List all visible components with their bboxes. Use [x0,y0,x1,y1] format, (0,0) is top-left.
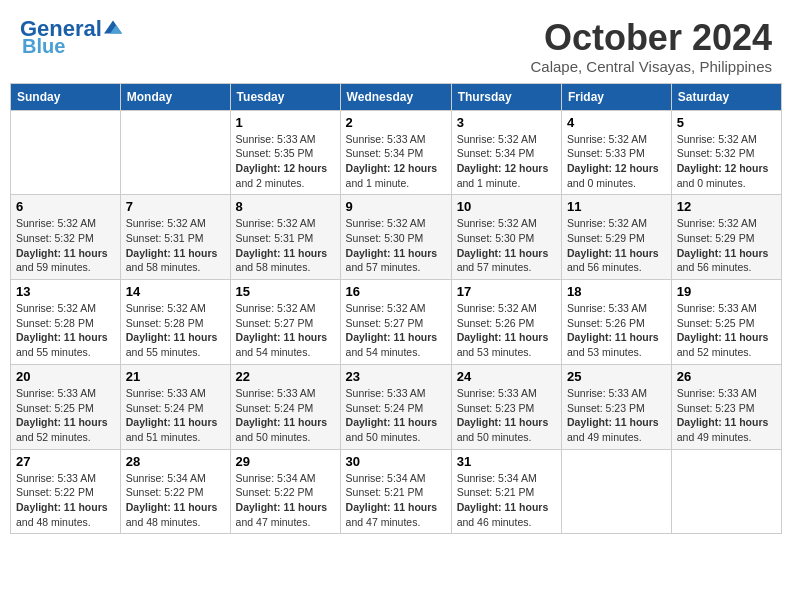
day-info: Sunrise: 5:32 AMSunset: 5:30 PMDaylight:… [346,216,446,275]
day-info: Sunrise: 5:32 AMSunset: 5:31 PMDaylight:… [126,216,225,275]
calendar-cell: 13Sunrise: 5:32 AMSunset: 5:28 PMDayligh… [11,280,121,365]
calendar-cell [671,449,781,534]
month-title: October 2024 [530,18,772,58]
calendar-cell: 31Sunrise: 5:34 AMSunset: 5:21 PMDayligh… [451,449,561,534]
day-number: 29 [236,454,335,469]
day-info: Sunrise: 5:33 AMSunset: 5:23 PMDaylight:… [677,386,776,445]
calendar-cell: 21Sunrise: 5:33 AMSunset: 5:24 PMDayligh… [120,364,230,449]
day-number: 24 [457,369,556,384]
calendar-cell [11,110,121,195]
day-number: 3 [457,115,556,130]
day-info: Sunrise: 5:32 AMSunset: 5:32 PMDaylight:… [16,216,115,275]
day-number: 19 [677,284,776,299]
day-info: Sunrise: 5:34 AMSunset: 5:21 PMDaylight:… [346,471,446,530]
day-info: Sunrise: 5:33 AMSunset: 5:23 PMDaylight:… [567,386,666,445]
day-number: 14 [126,284,225,299]
calendar-cell: 27Sunrise: 5:33 AMSunset: 5:22 PMDayligh… [11,449,121,534]
logo-icon [104,20,122,34]
day-info: Sunrise: 5:32 AMSunset: 5:26 PMDaylight:… [457,301,556,360]
day-number: 6 [16,199,115,214]
day-number: 30 [346,454,446,469]
day-info: Sunrise: 5:33 AMSunset: 5:24 PMDaylight:… [236,386,335,445]
day-info: Sunrise: 5:33 AMSunset: 5:35 PMDaylight:… [236,132,335,191]
calendar-cell: 3Sunrise: 5:32 AMSunset: 5:34 PMDaylight… [451,110,561,195]
column-header-thursday: Thursday [451,83,561,110]
day-number: 22 [236,369,335,384]
week-row-3: 13Sunrise: 5:32 AMSunset: 5:28 PMDayligh… [11,280,782,365]
day-number: 11 [567,199,666,214]
day-info: Sunrise: 5:33 AMSunset: 5:24 PMDaylight:… [346,386,446,445]
day-info: Sunrise: 5:34 AMSunset: 5:22 PMDaylight:… [126,471,225,530]
day-info: Sunrise: 5:33 AMSunset: 5:25 PMDaylight:… [677,301,776,360]
day-number: 4 [567,115,666,130]
calendar-header-row: SundayMondayTuesdayWednesdayThursdayFrid… [11,83,782,110]
calendar-cell: 29Sunrise: 5:34 AMSunset: 5:22 PMDayligh… [230,449,340,534]
day-info: Sunrise: 5:32 AMSunset: 5:31 PMDaylight:… [236,216,335,275]
day-info: Sunrise: 5:34 AMSunset: 5:22 PMDaylight:… [236,471,335,530]
logo: General Blue [20,18,122,56]
day-number: 25 [567,369,666,384]
logo-blue-text: Blue [22,36,65,56]
week-row-1: 1Sunrise: 5:33 AMSunset: 5:35 PMDaylight… [11,110,782,195]
calendar-table: SundayMondayTuesdayWednesdayThursdayFrid… [10,83,782,535]
calendar-cell [120,110,230,195]
day-number: 7 [126,199,225,214]
day-number: 27 [16,454,115,469]
calendar-cell: 10Sunrise: 5:32 AMSunset: 5:30 PMDayligh… [451,195,561,280]
day-info: Sunrise: 5:32 AMSunset: 5:28 PMDaylight:… [16,301,115,360]
calendar-cell: 12Sunrise: 5:32 AMSunset: 5:29 PMDayligh… [671,195,781,280]
calendar-cell: 1Sunrise: 5:33 AMSunset: 5:35 PMDaylight… [230,110,340,195]
day-number: 12 [677,199,776,214]
day-info: Sunrise: 5:32 AMSunset: 5:29 PMDaylight:… [567,216,666,275]
column-header-friday: Friday [562,83,672,110]
column-header-monday: Monday [120,83,230,110]
calendar-cell: 15Sunrise: 5:32 AMSunset: 5:27 PMDayligh… [230,280,340,365]
calendar-cell: 7Sunrise: 5:32 AMSunset: 5:31 PMDaylight… [120,195,230,280]
calendar-cell: 25Sunrise: 5:33 AMSunset: 5:23 PMDayligh… [562,364,672,449]
calendar-cell: 5Sunrise: 5:32 AMSunset: 5:32 PMDaylight… [671,110,781,195]
day-info: Sunrise: 5:32 AMSunset: 5:30 PMDaylight:… [457,216,556,275]
week-row-5: 27Sunrise: 5:33 AMSunset: 5:22 PMDayligh… [11,449,782,534]
calendar-cell: 19Sunrise: 5:33 AMSunset: 5:25 PMDayligh… [671,280,781,365]
day-info: Sunrise: 5:34 AMSunset: 5:21 PMDaylight:… [457,471,556,530]
column-header-saturday: Saturday [671,83,781,110]
calendar-cell: 28Sunrise: 5:34 AMSunset: 5:22 PMDayligh… [120,449,230,534]
day-info: Sunrise: 5:32 AMSunset: 5:28 PMDaylight:… [126,301,225,360]
day-number: 1 [236,115,335,130]
location: Calape, Central Visayas, Philippines [530,58,772,75]
day-info: Sunrise: 5:33 AMSunset: 5:23 PMDaylight:… [457,386,556,445]
day-info: Sunrise: 5:33 AMSunset: 5:25 PMDaylight:… [16,386,115,445]
calendar-cell: 8Sunrise: 5:32 AMSunset: 5:31 PMDaylight… [230,195,340,280]
calendar-cell: 14Sunrise: 5:32 AMSunset: 5:28 PMDayligh… [120,280,230,365]
calendar-cell: 30Sunrise: 5:34 AMSunset: 5:21 PMDayligh… [340,449,451,534]
calendar-cell: 20Sunrise: 5:33 AMSunset: 5:25 PMDayligh… [11,364,121,449]
day-number: 2 [346,115,446,130]
calendar-cell: 24Sunrise: 5:33 AMSunset: 5:23 PMDayligh… [451,364,561,449]
calendar-cell: 26Sunrise: 5:33 AMSunset: 5:23 PMDayligh… [671,364,781,449]
day-number: 10 [457,199,556,214]
day-info: Sunrise: 5:32 AMSunset: 5:33 PMDaylight:… [567,132,666,191]
week-row-2: 6Sunrise: 5:32 AMSunset: 5:32 PMDaylight… [11,195,782,280]
column-header-tuesday: Tuesday [230,83,340,110]
calendar-cell [562,449,672,534]
calendar-cell: 4Sunrise: 5:32 AMSunset: 5:33 PMDaylight… [562,110,672,195]
day-number: 18 [567,284,666,299]
day-info: Sunrise: 5:32 AMSunset: 5:32 PMDaylight:… [677,132,776,191]
calendar-cell: 23Sunrise: 5:33 AMSunset: 5:24 PMDayligh… [340,364,451,449]
week-row-4: 20Sunrise: 5:33 AMSunset: 5:25 PMDayligh… [11,364,782,449]
title-block: October 2024 Calape, Central Visayas, Ph… [530,18,772,75]
day-number: 31 [457,454,556,469]
day-info: Sunrise: 5:33 AMSunset: 5:22 PMDaylight:… [16,471,115,530]
calendar-cell: 18Sunrise: 5:33 AMSunset: 5:26 PMDayligh… [562,280,672,365]
day-info: Sunrise: 5:32 AMSunset: 5:34 PMDaylight:… [457,132,556,191]
day-info: Sunrise: 5:32 AMSunset: 5:27 PMDaylight:… [236,301,335,360]
day-info: Sunrise: 5:33 AMSunset: 5:34 PMDaylight:… [346,132,446,191]
calendar-cell: 6Sunrise: 5:32 AMSunset: 5:32 PMDaylight… [11,195,121,280]
day-number: 9 [346,199,446,214]
calendar-cell: 11Sunrise: 5:32 AMSunset: 5:29 PMDayligh… [562,195,672,280]
day-number: 15 [236,284,335,299]
calendar-cell: 16Sunrise: 5:32 AMSunset: 5:27 PMDayligh… [340,280,451,365]
day-number: 20 [16,369,115,384]
calendar-cell: 22Sunrise: 5:33 AMSunset: 5:24 PMDayligh… [230,364,340,449]
day-info: Sunrise: 5:32 AMSunset: 5:29 PMDaylight:… [677,216,776,275]
